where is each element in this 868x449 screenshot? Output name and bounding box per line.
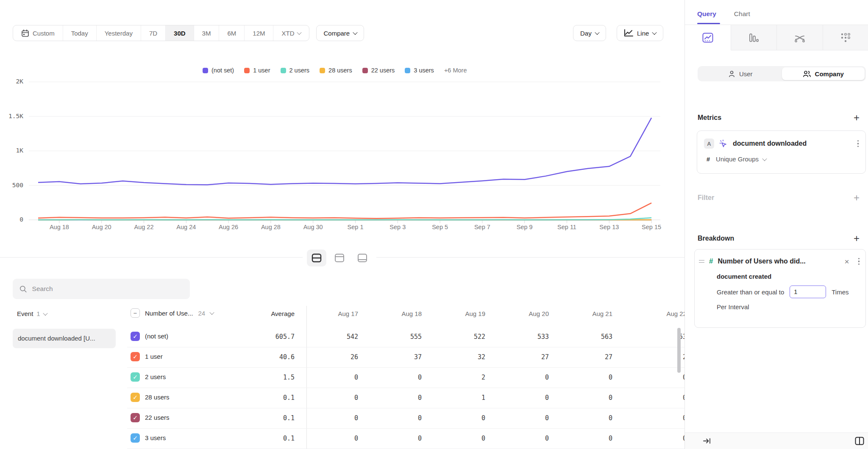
event-count: 1: [36, 310, 40, 317]
cell-value: 32: [422, 353, 485, 361]
legend-item[interactable]: (not set): [203, 67, 234, 74]
table-bottom-view-button[interactable]: [353, 249, 372, 266]
cell-value: 0: [549, 374, 612, 381]
cell-value: 0: [422, 435, 485, 442]
legend-item[interactable]: 3 users: [405, 67, 434, 74]
legend-label: 1 user: [253, 67, 270, 74]
aggregation-hash-icon: #: [707, 156, 710, 163]
range-xtd-button[interactable]: XTD: [273, 25, 309, 41]
legend-item[interactable]: 1 user: [244, 67, 270, 74]
range-label: 7D: [149, 30, 157, 37]
cell-value: 0: [422, 414, 485, 422]
chevron-down-icon: [353, 30, 358, 35]
legend-swatch: [320, 68, 325, 73]
cell-value: 27: [485, 353, 549, 361]
chart-legend: (not set)1 user2 users28 users22 users3 …: [203, 67, 467, 74]
chart-style-button[interactable]: Line: [617, 25, 663, 41]
user-segment[interactable]: User: [699, 67, 782, 80]
times-value-input[interactable]: [790, 285, 826, 298]
cell-value: 563: [549, 333, 612, 341]
line-chart-tab[interactable]: [685, 25, 731, 50]
chevron-down-icon: [595, 30, 599, 35]
compare-label: Compare: [323, 30, 350, 37]
series-line-1 user: [38, 203, 651, 219]
add-breakdown-button[interactable]: +: [854, 233, 860, 244]
bar-chart-tab[interactable]: [731, 25, 777, 50]
add-filter-button[interactable]: +: [854, 193, 860, 203]
average-value: 0.1: [231, 394, 295, 402]
cell-value: 0: [549, 435, 612, 442]
tab-chart[interactable]: Chart: [734, 10, 750, 18]
cell-value: 0: [623, 394, 684, 402]
series-label: 22 users: [145, 414, 170, 421]
series-checkbox[interactable]: ✓: [131, 413, 140, 422]
breakdown-condition-label: Greater than or equal to: [717, 288, 784, 296]
company-segment[interactable]: Company: [782, 67, 865, 80]
aggregation-label: Unique Groups: [716, 155, 759, 163]
legend-item[interactable]: 28 users: [320, 67, 352, 74]
table-row: ✓22 users0.1000000: [0, 408, 684, 429]
split-panel-icon[interactable]: [855, 437, 864, 445]
search-input[interactable]: [32, 285, 183, 293]
user-icon: [728, 70, 735, 78]
metric-card[interactable]: A document downloaded # Unique Groups: [697, 130, 866, 174]
breakdown-menu-icon[interactable]: [858, 258, 860, 265]
x-axis-tick: Sep 7: [465, 224, 500, 230]
legend-swatch: [405, 68, 410, 73]
search-box[interactable]: [13, 279, 190, 299]
range-7d-button[interactable]: 7D: [141, 25, 165, 41]
line-chart[interactable]: [25, 80, 663, 227]
chart-top-view-button[interactable]: [330, 249, 349, 266]
collapse-panel-icon[interactable]: [703, 437, 711, 445]
table-row: ✓3 users0.1000000: [0, 429, 684, 449]
range-label: XTD: [281, 30, 294, 37]
average-column-header: Average: [231, 310, 295, 317]
legend-more[interactable]: +6 More: [444, 67, 467, 74]
series-checkbox[interactable]: ✓: [131, 372, 140, 382]
calendar-icon: [21, 29, 29, 37]
split-view-button[interactable]: [307, 249, 326, 266]
table-row: ✓(not set)605.754255552253356353: [0, 327, 684, 347]
series-checkbox[interactable]: ✓: [131, 332, 140, 341]
cell-value: 0: [358, 414, 422, 422]
range-today-button[interactable]: Today: [63, 25, 96, 41]
select-all-checkbox[interactable]: –: [131, 308, 140, 318]
event-header-label: Event: [17, 310, 33, 317]
grid-chart-tab[interactable]: [823, 25, 868, 50]
cell-value: 0: [623, 435, 684, 442]
metric-menu-icon[interactable]: [857, 140, 859, 147]
cell-value: 0: [358, 394, 422, 402]
series-column-header[interactable]: – Number of Use... 24: [131, 308, 214, 318]
x-axis-tick: Sep 9: [507, 224, 542, 230]
range-custom-button[interactable]: Custom: [13, 25, 63, 41]
x-axis-tick: Sep 11: [549, 224, 585, 230]
vertical-scrollbar[interactable]: [677, 328, 681, 373]
compare-button[interactable]: Compare: [316, 25, 364, 41]
flow-chart-icon: [794, 33, 805, 43]
breakdown-card[interactable]: # Number of Users who did... × document …: [694, 249, 866, 328]
range-3m-button[interactable]: 3M: [194, 25, 219, 41]
range-label: Yesterday: [105, 30, 133, 37]
aggregation-dropdown[interactable]: Unique Groups: [716, 155, 766, 163]
flow-chart-tab[interactable]: [777, 25, 823, 50]
range-30d-button[interactable]: 30D: [165, 25, 194, 41]
add-metric-button[interactable]: +: [854, 113, 860, 123]
range-6m-button[interactable]: 6M: [219, 25, 244, 41]
granularity-label: Day: [580, 30, 592, 37]
range-yesterday-button[interactable]: Yesterday: [96, 25, 141, 41]
legend-item[interactable]: 2 users: [281, 67, 310, 74]
tab-query[interactable]: Query: [697, 10, 716, 18]
range-12m-button[interactable]: 12M: [244, 25, 273, 41]
date-range-toolbar: CustomTodayYesterday7D30D3M6M12MXTD Comp…: [13, 25, 364, 41]
series-checkbox[interactable]: ✓: [131, 352, 140, 361]
close-icon[interactable]: ×: [844, 258, 849, 266]
x-axis-tick: Sep 3: [380, 224, 415, 230]
cell-value: 0: [295, 394, 358, 402]
granularity-button[interactable]: Day: [573, 25, 606, 41]
legend-item[interactable]: 22 users: [362, 67, 395, 74]
drag-handle-icon[interactable]: [699, 260, 704, 263]
series-checkbox[interactable]: ✓: [131, 393, 140, 402]
series-checkbox[interactable]: ✓: [131, 433, 140, 443]
event-column-header[interactable]: Event 1: [17, 310, 47, 317]
cell-value: 0: [485, 374, 549, 381]
